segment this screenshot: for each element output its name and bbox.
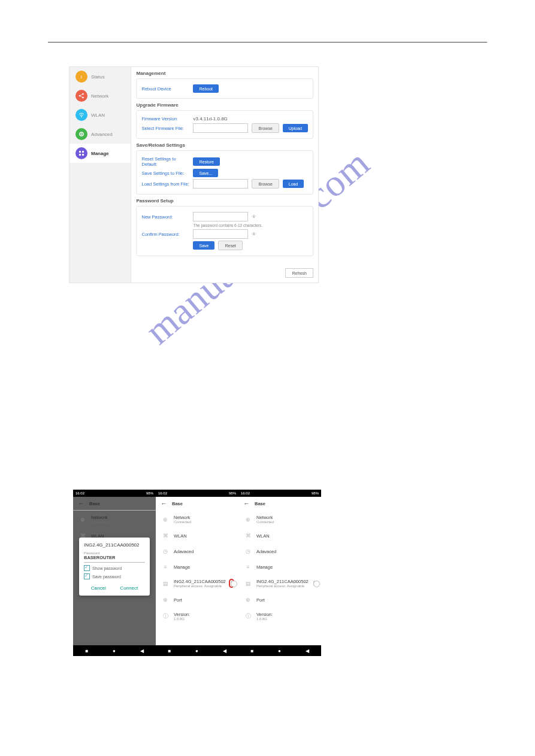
router-main: Management Reboot Device Reboot Upgrade … [131, 67, 318, 283]
menu-item-network[interactable]: ⊕ Network Connected [238, 511, 321, 528]
sidebar-label: Manage [91, 151, 109, 156]
nav-back-icon[interactable]: ◀ [306, 648, 309, 654]
confirm-pw-label: Confirm Password: [141, 232, 189, 237]
phone-menu-list: ⊕ Network Connected ⌘ WLAN ◷ Adavaced ≡ … [156, 511, 238, 645]
menu-item-device[interactable]: ▤ ING2.4G_211CAA000502 Peripheral access… [156, 575, 238, 592]
nav-home-icon[interactable]: ● [278, 648, 281, 654]
sidebar-label: Status [91, 74, 105, 80]
sidebar-item-manage[interactable]: Manage [69, 144, 131, 163]
network-icon: ⊕ [162, 516, 169, 523]
nav-back-icon[interactable]: ◀ [140, 648, 144, 654]
upgrade-section: Upgrade Firmware Firmware Version: v3.4.… [136, 102, 313, 139]
load-button[interactable]: Load [283, 180, 304, 188]
save-file-button[interactable]: Save... [193, 169, 218, 177]
nav-back-icon[interactable]: ◀ [223, 648, 226, 654]
status-time: 16:02 [158, 491, 167, 495]
wifi-icon: ⌘ [244, 532, 252, 539]
back-icon[interactable]: ← [161, 500, 167, 507]
svg-rect-9 [82, 154, 84, 156]
router-sidebar: i Status Network WLAN Advanced Manage [69, 67, 131, 283]
eye-icon[interactable]: 👁 [252, 232, 256, 237]
menu-item-network[interactable]: ⊕ Network Connected [156, 511, 238, 528]
info-icon: ⓘ [162, 613, 169, 620]
select-fw-input[interactable] [193, 123, 248, 133]
device-toggle[interactable] [313, 581, 315, 586]
phone-screenshots-row: 16:02 98% ← Base ⊕ Network Connected ⌘ W… [73, 490, 535, 656]
load-from-file-label: Load Settings from File: [141, 181, 189, 187]
wifi-icon [75, 109, 87, 121]
dialog-cancel-button[interactable]: Cancel [91, 585, 106, 591]
upgrade-title: Upgrade Firmware [136, 102, 313, 108]
port-icon: ⊕ [244, 596, 252, 603]
sidebar-item-wlan[interactable]: WLAN [69, 105, 131, 125]
phone-title: Base [172, 501, 183, 506]
nav-recent-icon[interactable]: ■ [168, 648, 171, 654]
browse-button[interactable]: Browse [252, 123, 279, 133]
menu-item-advanced[interactable]: ◷ Adavaced [238, 544, 321, 559]
reboot-button[interactable]: Reboot [193, 84, 219, 93]
back-icon[interactable]: ← [243, 500, 250, 507]
menu-item-manage[interactable]: ≡ Manage [238, 559, 321, 575]
sidebar-item-network[interactable]: Network [69, 86, 131, 105]
dialog-connect-button[interactable]: Connect [120, 585, 138, 591]
nav-recent-icon[interactable]: ■ [85, 648, 88, 654]
load-browse-button[interactable]: Browse [252, 179, 279, 189]
eye-icon[interactable]: 👁 [252, 214, 256, 220]
sidebar-item-advanced[interactable]: Advanced [69, 125, 131, 144]
menu-item-version[interactable]: ⓘ Version: 1.0.8G [238, 608, 321, 625]
phone-navbar: ■ ● ◀ [238, 645, 321, 656]
phone-3: 16:02 98% ← Base ⊕ Network Connected ⌘ W… [238, 490, 321, 656]
back-icon[interactable]: ← [78, 500, 84, 507]
dialog-pw-input[interactable]: BASEROUTER [84, 555, 145, 563]
load-file-input[interactable] [193, 179, 248, 189]
device-icon: ▤ [244, 580, 252, 587]
management-section: Management Reboot Device Reboot [136, 71, 313, 99]
upgrade-panel: Firmware Version: v3.4.11d-1.0.8G Select… [136, 110, 313, 139]
new-pw-input[interactable] [193, 212, 248, 221]
menu-item-version[interactable]: ⓘ Version: 1.0.8G [156, 608, 238, 625]
advanced-icon: ◷ [162, 548, 169, 555]
menu-item-manage[interactable]: ≡ Manage [156, 559, 238, 575]
nav-recent-icon[interactable]: ■ [250, 648, 253, 654]
sidebar-item-status[interactable]: i Status [69, 67, 131, 86]
status-right: 98% [229, 491, 236, 495]
nav-home-icon[interactable]: ● [113, 648, 116, 654]
pw-save-button[interactable]: Save [193, 241, 214, 250]
phone-navbar: ■ ● ◀ [73, 645, 156, 656]
save-password-checkbox[interactable]: Save password [84, 573, 145, 579]
pw-reset-button[interactable]: Reset [218, 241, 242, 250]
menu-item-wlan[interactable]: ⌘ WLAN [238, 528, 321, 544]
refresh-button[interactable]: Refresh [285, 268, 313, 278]
menu-item-advanced[interactable]: ◷ Adavaced [156, 544, 238, 559]
reset-default-label: Reset Settings to Default: [141, 156, 189, 167]
device-toggle[interactable] [231, 581, 232, 586]
show-password-checkbox[interactable]: Show password [84, 565, 145, 571]
menu-item-port[interactable]: ⊕ Port [238, 592, 321, 608]
menu-item-port[interactable]: ⊕ Port [156, 592, 238, 608]
phone-statusbar: 16:02 98% [238, 490, 321, 497]
menu-item-device[interactable]: ▤ ING2.4G_211CAA000502 Peripheral access… [238, 575, 321, 592]
phone-header: ← Base [156, 497, 238, 511]
grid-icon [75, 147, 87, 159]
manage-icon: ≡ [244, 563, 252, 570]
status-time: 16:02 [241, 491, 250, 495]
info-icon: ⓘ [244, 613, 252, 620]
save-reload-section: Save/Reload Settings Reset Settings to D… [136, 142, 313, 195]
nav-home-icon[interactable]: ● [195, 648, 198, 654]
phone-header: ← Base [73, 497, 156, 511]
menu-item-network[interactable]: ⊕ Network Connected [73, 511, 156, 528]
upload-button[interactable]: Upload [283, 124, 308, 132]
restore-button[interactable]: Restore [193, 157, 220, 166]
wifi-connect-dialog: ING2.4G_211CAA000502 Password BASEROUTER… [79, 538, 150, 596]
reboot-label: Reboot Device [141, 86, 189, 92]
save-reload-panel: Reset Settings to Default: Restore Save … [136, 150, 313, 195]
phone-navbar: ■ ● ◀ [156, 645, 238, 656]
status-right: 98% [312, 491, 319, 495]
status-time: 16:02 [75, 491, 84, 495]
sidebar-label: Advanced [91, 132, 113, 137]
password-panel: New Password: 👁 The password contains 6-… [136, 206, 313, 256]
checkbox-icon [84, 573, 90, 579]
svg-point-3 [81, 116, 82, 117]
menu-item-wlan[interactable]: ⌘ WLAN [156, 528, 238, 544]
confirm-pw-input[interactable] [193, 229, 248, 239]
